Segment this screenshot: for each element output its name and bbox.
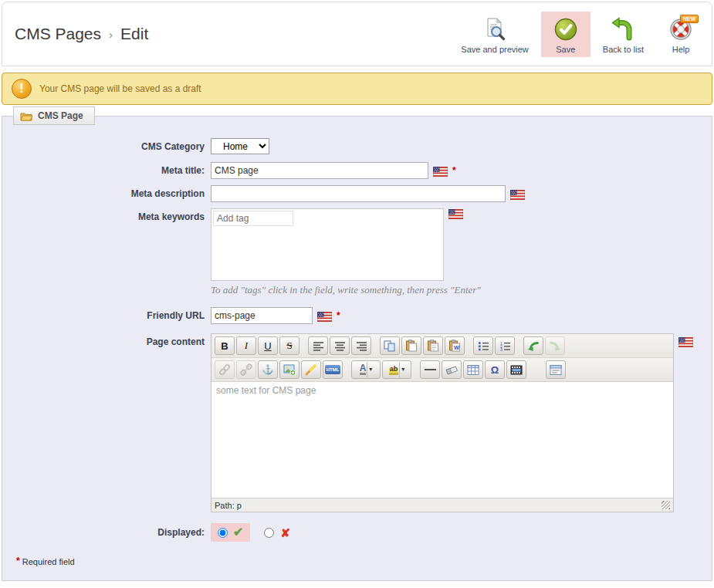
header-bar: CMS Pages › Edit Save and preview — [2, 2, 712, 66]
breadcrumb-section: CMS Pages — [15, 25, 101, 43]
editor-content-area[interactable]: some text for CMS page — [211, 382, 673, 498]
help-button[interactable]: NEW Help — [656, 12, 706, 57]
show-blocks-button[interactable] — [546, 360, 566, 379]
redo-button[interactable] — [545, 336, 565, 355]
new-badge: NEW — [680, 15, 699, 23]
required-asterisk: * — [452, 167, 456, 174]
underline-icon: U — [264, 340, 271, 352]
numbered-list-button[interactable]: 123 — [495, 336, 515, 355]
x-icon: ✘ — [280, 527, 290, 539]
align-left-button[interactable] — [308, 336, 328, 355]
folder-icon — [20, 111, 32, 121]
save-and-preview-label: Save and preview — [461, 45, 528, 54]
align-right-icon — [356, 341, 367, 351]
friendly-url-input[interactable] — [211, 307, 313, 324]
displayed-yes-option: ✔ — [211, 523, 250, 542]
text-color-button[interactable]: A▾ — [351, 360, 381, 379]
html-source-button[interactable]: HTML — [323, 360, 343, 379]
displayed-no-radio[interactable] — [264, 528, 274, 538]
underline-button[interactable]: U — [258, 336, 278, 355]
cms-category-select[interactable]: Home — [211, 138, 269, 154]
save-button[interactable]: Save — [541, 12, 590, 57]
highlight-color-button[interactable]: ab▾ — [382, 360, 411, 379]
language-flag-icon[interactable] — [317, 311, 332, 321]
svg-text:3: 3 — [500, 347, 503, 351]
meta-keywords-tagbox[interactable] — [211, 208, 444, 281]
rich-text-editor: B I U S — [211, 333, 674, 512]
paste-as-text-button[interactable] — [423, 336, 443, 355]
highlight-color-icon: ab — [389, 365, 399, 375]
page: CMS Pages › Edit Save and preview — [0, 0, 714, 583]
show-blocks-icon — [550, 364, 562, 376]
insert-image-button[interactable] — [279, 360, 299, 379]
horizontal-rule-button[interactable] — [420, 360, 440, 379]
back-to-list-button[interactable]: Back to list — [597, 12, 650, 57]
italic-icon: I — [245, 340, 248, 352]
friendly-url-row: Friendly URL * — [13, 307, 701, 324]
check-icon: ✔ — [233, 526, 243, 539]
required-note-text: Required field — [22, 557, 75, 566]
insert-table-button[interactable] — [463, 360, 483, 379]
language-flag-icon[interactable] — [510, 189, 525, 199]
back-arrow-icon — [610, 16, 636, 42]
draft-warning-banner: ! Your CMS page will be saved as a draft — [2, 73, 712, 105]
cms-page-panel: CMS Page CMS Category Home Meta title: * — [2, 116, 712, 581]
paste-icon — [405, 340, 418, 352]
panel-title: CMS Page — [38, 110, 83, 121]
displayed-label: Displayed: — [13, 527, 211, 538]
help-label: Help — [672, 45, 690, 54]
bullet-list-button[interactable] — [473, 336, 493, 355]
add-tag-input[interactable] — [213, 211, 293, 226]
redo-icon — [549, 340, 561, 352]
paste-button[interactable] — [401, 336, 421, 355]
strikethrough-button[interactable]: S — [279, 336, 299, 355]
header-toolbar: Save and preview Save — [455, 12, 706, 57]
paste-from-word-icon: W — [448, 340, 461, 352]
link-button[interactable] — [215, 360, 235, 379]
undo-icon — [527, 340, 540, 352]
displayed-yes-radio[interactable] — [218, 528, 228, 538]
svg-text:W: W — [454, 344, 460, 351]
paste-from-word-button[interactable]: W — [445, 336, 465, 355]
align-center-icon — [334, 341, 346, 351]
back-to-list-label: Back to list — [603, 45, 644, 54]
paste-as-text-icon — [427, 340, 439, 352]
editor-status-bar: Path: p — [211, 498, 673, 512]
page-content-label: Page content — [13, 333, 211, 347]
language-flag-icon[interactable] — [678, 336, 693, 346]
save-label: Save — [556, 45, 575, 54]
anchor-button[interactable]: ⚓ — [258, 360, 278, 379]
breadcrumb-page: Edit — [120, 25, 148, 43]
insert-media-button[interactable] — [506, 360, 526, 379]
html-icon: HTML — [325, 365, 341, 374]
italic-button[interactable]: I — [236, 336, 256, 355]
meta-title-label: Meta title: — [13, 165, 211, 176]
language-flag-icon[interactable] — [433, 166, 448, 176]
numbered-list-icon: 123 — [499, 341, 511, 351]
special-character-button[interactable]: Ω — [485, 360, 505, 379]
align-right-button[interactable] — [351, 336, 371, 355]
cleanup-button[interactable] — [301, 360, 321, 379]
save-and-preview-icon — [482, 16, 508, 42]
meta-description-row: Meta description — [13, 185, 701, 202]
tags-hint-text: To add "tags" click in the field, write … — [211, 284, 481, 296]
eraser-icon — [445, 363, 458, 376]
bold-button[interactable]: B — [215, 336, 235, 355]
bullet-list-icon — [478, 341, 489, 351]
save-and-preview-button[interactable]: Save and preview — [455, 12, 534, 57]
omega-icon: Ω — [491, 364, 499, 376]
meta-description-input[interactable] — [211, 185, 506, 202]
meta-description-label: Meta description — [13, 188, 211, 199]
resize-grip[interactable] — [662, 501, 670, 509]
save-icon — [553, 16, 579, 42]
unlink-button[interactable] — [236, 360, 256, 379]
language-flag-icon[interactable] — [448, 208, 463, 218]
align-center-button[interactable] — [330, 336, 350, 355]
remove-format-button[interactable] — [442, 360, 462, 379]
align-left-icon — [313, 341, 324, 351]
copy-button[interactable] — [380, 336, 400, 355]
meta-title-input[interactable] — [211, 162, 428, 179]
displayed-row: Displayed: ✔ ✘ — [13, 523, 701, 542]
undo-button[interactable] — [523, 336, 543, 355]
meta-keywords-label: Meta keywords — [13, 208, 211, 222]
